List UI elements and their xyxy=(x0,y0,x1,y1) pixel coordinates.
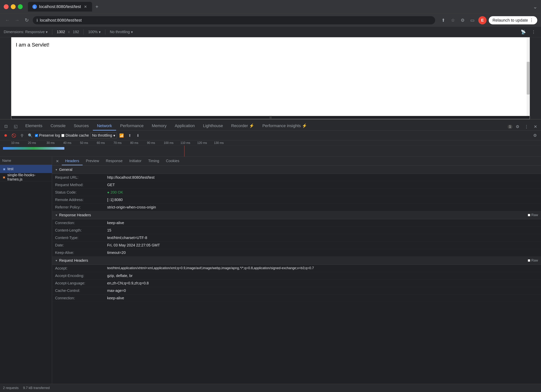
scrollbar-thumb[interactable] xyxy=(527,62,530,94)
extensions-button[interactable]: ⚙ xyxy=(459,16,466,24)
raw-label: Raw xyxy=(531,213,538,217)
wifi-icon[interactable]: 📶 xyxy=(118,132,125,139)
tab-initiator[interactable]: Initiator xyxy=(126,157,145,165)
tab-close-button[interactable]: ✕ xyxy=(83,5,88,9)
file-icon: ▣ xyxy=(2,167,6,171)
row-name: Date: xyxy=(55,243,107,247)
row-value: text/html,application/xhtml+xml,applicat… xyxy=(107,266,538,270)
raw-checkbox[interactable]: Raw xyxy=(528,213,538,217)
tab-performance[interactable]: Performance xyxy=(116,121,148,131)
height-value[interactable]: 192 xyxy=(73,30,79,34)
devtools-more-icon[interactable]: ⋮ xyxy=(523,123,530,131)
header-row: Connection: keep-alive xyxy=(52,219,541,227)
forward-button[interactable]: → xyxy=(13,16,21,24)
throttle-select[interactable]: No throttling ▾ xyxy=(110,30,133,34)
disable-cache-checkbox[interactable] xyxy=(61,134,64,137)
dimensions-select[interactable]: Dimensions: Responsive ▾ xyxy=(4,30,48,34)
row-value: keep-alive xyxy=(107,221,538,225)
bookmark-button[interactable]: ☆ xyxy=(449,16,457,24)
tab-headers[interactable]: Headers xyxy=(62,157,83,165)
network-toolbar: ⏺ 🚫 ⚲ 🔍 Preserve log Disable cache No th… xyxy=(0,131,541,140)
timeline-area: 10 ms 20 ms 30 ms 40 ms 50 ms 60 ms 70 m… xyxy=(0,140,541,157)
more-options-icon[interactable]: ⋮ xyxy=(530,28,537,36)
header-row: Referrer Policy: strict-origin-when-cros… xyxy=(52,204,541,211)
tab-sources[interactable]: Sources xyxy=(70,121,93,131)
clear-button[interactable]: 🚫 xyxy=(10,132,17,139)
header-row: Status Code: ●200 OK xyxy=(52,189,541,196)
raw-checkbox-input[interactable] xyxy=(528,214,530,216)
cast-button[interactable]: ▭ xyxy=(469,16,476,24)
detail-close-button[interactable]: ✕ xyxy=(54,158,60,164)
row-value-status: ●200 OK xyxy=(107,190,538,194)
download-icon[interactable]: ⬇ xyxy=(135,132,141,139)
share-button[interactable]: ⬆ xyxy=(440,16,447,24)
tab-application[interactable]: Application xyxy=(171,121,199,131)
list-item[interactable]: ▣ single-file-hooks-frames.js xyxy=(0,173,52,181)
header-row: Request URL: http://localhost:8080/test/… xyxy=(52,174,541,181)
relaunch-button[interactable]: Relaunch to update ⋮ xyxy=(489,16,537,24)
import-icon[interactable]: ⬆ xyxy=(126,132,133,139)
minimize-button[interactable] xyxy=(11,4,16,9)
tick-70ms: 70 ms xyxy=(114,141,122,145)
throttle-chevron-icon: ▾ xyxy=(131,30,133,34)
request-headers-arrow-icon: ▼ xyxy=(55,259,58,262)
devtools-inspect-icon[interactable]: ◱ xyxy=(11,122,20,131)
tab-network[interactable]: Network xyxy=(93,121,116,131)
reload-button[interactable]: ↻ xyxy=(23,16,31,24)
tab-elements[interactable]: Elements xyxy=(21,121,47,131)
close-button[interactable] xyxy=(4,4,9,9)
row-name: Connection: xyxy=(55,296,107,300)
preserve-log-checkbox[interactable] xyxy=(35,134,38,137)
tab-preview[interactable]: Preview xyxy=(83,157,103,165)
tab-response[interactable]: Response xyxy=(103,157,126,165)
network-main: Name ▣ test ▣ single-file-hooks-frames.j… xyxy=(0,157,541,384)
tab-recorder[interactable]: Recorder ⚡ xyxy=(227,121,258,131)
request-headers-section-header[interactable]: ▼ Request Headers Raw xyxy=(52,256,541,265)
profile-button[interactable]: E xyxy=(478,16,486,24)
network-throttle-select[interactable]: No throttling ▾ xyxy=(90,132,117,139)
tab-lighthouse[interactable]: Lighthouse xyxy=(199,121,227,131)
disable-cache-label[interactable]: Disable cache xyxy=(61,133,89,138)
tab-console[interactable]: Console xyxy=(47,121,70,131)
network-settings-icon[interactable]: ⚙ xyxy=(531,132,539,139)
zoom-select[interactable]: 100% ▾ xyxy=(88,30,101,34)
devtools-panel: ⊡ ◱ Elements Console Sources Network Per… xyxy=(0,119,541,392)
toolbar-separator-2 xyxy=(83,29,84,35)
header-row: Keep-Alive: timeout=20 xyxy=(52,249,541,256)
page-scrollbar[interactable] xyxy=(527,37,530,119)
active-tab[interactable]: L localhost:8080/test/test ✕ xyxy=(28,2,92,11)
preserve-log-label[interactable]: Preserve log xyxy=(35,133,60,138)
tick-80ms: 80 ms xyxy=(130,141,138,145)
detail-pane: ✕ Headers Preview Response Initiator Tim… xyxy=(52,157,541,384)
record-button[interactable]: ⏺ xyxy=(2,132,9,139)
general-section-header[interactable]: ▼ General xyxy=(52,166,541,174)
devtools-select-icon[interactable]: ⊡ xyxy=(2,122,10,131)
resize-handle[interactable]: ⣿ xyxy=(11,116,530,119)
tick-110ms: 110 ms xyxy=(181,141,190,145)
devtools-settings-icon[interactable]: ⚙ xyxy=(514,123,521,131)
filter-button[interactable]: ⚲ xyxy=(19,132,25,139)
tab-performance-insights[interactable]: Performance insights ⚡ xyxy=(258,121,311,131)
search-button[interactable]: 🔍 xyxy=(27,132,33,139)
relaunch-menu-icon: ⋮ xyxy=(530,18,534,23)
tab-cookies[interactable]: Cookies xyxy=(163,157,183,165)
width-value[interactable]: 1302 xyxy=(57,30,65,34)
response-headers-section-header[interactable]: ▼ Response Headers Raw xyxy=(52,211,541,219)
tab-memory[interactable]: Memory xyxy=(148,121,171,131)
address-input[interactable]: ℹ localhost:8080/test/test xyxy=(33,16,435,24)
devtools-tabs-right: 1 ⚙ ⋮ ✕ xyxy=(508,123,539,131)
new-tab-button[interactable]: + xyxy=(93,3,101,11)
devtools-close-icon[interactable]: ✕ xyxy=(532,123,539,131)
maximize-button[interactable] xyxy=(18,4,23,9)
toolbar-separator xyxy=(52,29,52,35)
sensor-icon[interactable]: 📡 xyxy=(520,28,527,36)
general-arrow-icon: ▼ xyxy=(55,168,58,171)
request-raw-checkbox-input[interactable] xyxy=(528,259,530,262)
back-button[interactable]: ← xyxy=(4,16,11,24)
detail-content[interactable]: ▼ General Request URL: http://localhost:… xyxy=(52,166,541,384)
list-item[interactable]: ▣ test xyxy=(0,165,52,173)
request-raw-checkbox[interactable]: Raw xyxy=(528,259,538,262)
row-name: Request Method: xyxy=(55,183,107,187)
tab-timing[interactable]: Timing xyxy=(145,157,162,165)
tab-menu-button[interactable]: ⌄ xyxy=(533,4,537,10)
